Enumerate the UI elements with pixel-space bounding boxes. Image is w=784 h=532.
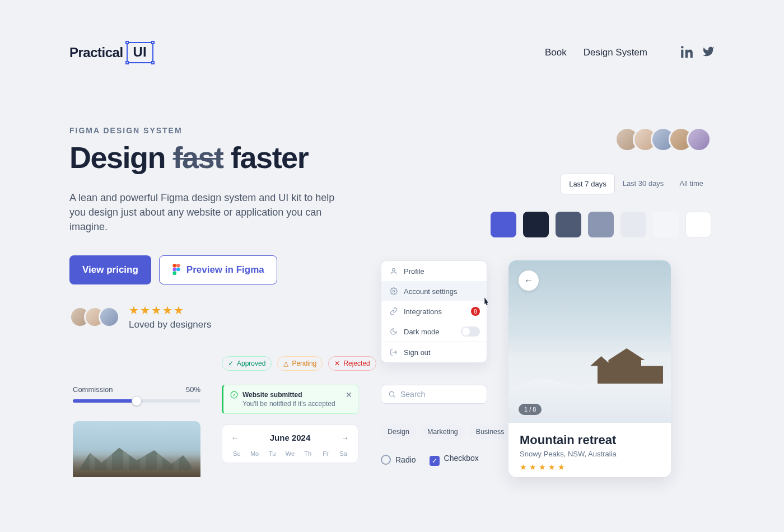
- chip-design[interactable]: Design: [381, 424, 416, 439]
- color-swatch[interactable]: [620, 212, 646, 237]
- sample-status-badges: ✓ Approved △ Pending ✕ Rejected: [222, 356, 376, 371]
- back-button[interactable]: ←: [519, 270, 539, 291]
- sample-listing-card[interactable]: ← 1 / 8 Mountain retreat Snowy Peaks, NS…: [508, 260, 671, 477]
- sample-search-input[interactable]: Search: [381, 385, 487, 404]
- menu-item-dark-mode[interactable]: Dark mode: [381, 321, 487, 342]
- color-swatch[interactable]: [685, 212, 711, 237]
- chip-business[interactable]: Business: [469, 424, 511, 439]
- preview-figma-label: Preview in Figma: [186, 264, 264, 276]
- hero-title: Design fast faster: [69, 142, 383, 174]
- preview-figma-button[interactable]: Preview in Figma: [159, 255, 277, 284]
- checkbox-icon: ✓: [430, 456, 440, 466]
- social-links: [681, 45, 715, 60]
- view-pricing-button[interactable]: View pricing: [69, 255, 151, 284]
- hero-eyebrow: FIGMA DESIGN SYSTEM: [69, 126, 383, 135]
- star-icon: ★: [151, 304, 161, 317]
- user-icon: [389, 267, 398, 276]
- segment-all-time[interactable]: All time: [671, 174, 711, 194]
- x-circle-icon: ✕: [334, 360, 340, 367]
- toast-title: Website submitted: [242, 391, 302, 399]
- segment-last-30-days[interactable]: Last 30 days: [615, 174, 672, 194]
- calendar-day: We: [281, 450, 299, 457]
- calendar-day: Mo: [246, 450, 264, 457]
- svg-point-0: [172, 264, 176, 268]
- loved-stars: ★ ★ ★ ★ ★: [129, 304, 211, 317]
- menu-item-profile[interactable]: Profile: [381, 261, 487, 281]
- calendar-day: Sa: [334, 450, 352, 457]
- figma-icon: [172, 264, 181, 276]
- slider-track[interactable]: [73, 399, 200, 403]
- linkedin-icon[interactable]: [681, 45, 693, 60]
- sample-image-thumb[interactable]: [73, 421, 200, 477]
- calendar-day: Su: [228, 450, 246, 457]
- search-icon: [388, 390, 396, 398]
- slider-thumb[interactable]: [132, 396, 142, 406]
- radio-option[interactable]: Radio: [381, 455, 416, 465]
- link-icon: [389, 307, 398, 316]
- logo[interactable]: Practical UI: [69, 42, 153, 63]
- checkbox-label: Checkbox: [444, 454, 479, 463]
- status-approved: ✓ Approved: [222, 356, 272, 371]
- calendar-day: Tu: [263, 450, 281, 457]
- status-pending: △ Pending: [277, 356, 323, 371]
- menu-item-sign-out[interactable]: Sign out: [381, 342, 487, 362]
- cursor-pointer-icon: [482, 297, 491, 308]
- moon-icon: [389, 327, 398, 336]
- menu-item-account-settings[interactable]: Account settings: [381, 281, 487, 301]
- slider-label: Commission: [73, 385, 113, 394]
- hero-subtext: A lean and powerful Figma design system …: [69, 190, 349, 234]
- hero-title-strike: fast: [173, 141, 223, 174]
- svg-point-6: [393, 290, 395, 292]
- radio-label: Radio: [395, 455, 416, 464]
- sample-avatar-stack: [615, 127, 711, 152]
- checkbox-option[interactable]: ✓Checkbox: [430, 454, 479, 466]
- calendar-next-button[interactable]: →: [341, 433, 349, 442]
- warning-icon: △: [283, 360, 288, 367]
- menu-item-label: Integrations: [404, 307, 442, 316]
- status-label: Approved: [237, 360, 265, 367]
- loved-text: Loved by designers: [129, 319, 211, 330]
- svg-point-4: [172, 271, 176, 275]
- twitter-icon[interactable]: [702, 45, 715, 60]
- segment-last-7-days[interactable]: Last 7 days: [561, 174, 615, 194]
- calendar-day-headers: Su Mo Tu We Th Fr Sa: [222, 450, 358, 463]
- color-swatch[interactable]: [653, 212, 679, 237]
- color-swatch[interactable]: [523, 212, 549, 237]
- svg-point-5: [393, 268, 395, 271]
- sample-slider: Commission 50%: [73, 385, 200, 403]
- chip-marketing[interactable]: Marketing: [421, 424, 465, 439]
- sample-segmented-control: Last 7 days Last 30 days All time: [561, 174, 711, 194]
- calendar-day: Fr: [317, 450, 335, 457]
- color-swatch[interactable]: [588, 212, 614, 237]
- calendar-prev-button[interactable]: ←: [231, 433, 239, 442]
- color-swatch[interactable]: [491, 212, 516, 237]
- calendar-day: Th: [299, 450, 317, 457]
- notification-badge: 8: [471, 307, 480, 316]
- toast-close-button[interactable]: ✕: [346, 390, 352, 399]
- nav-design-system[interactable]: Design System: [584, 47, 647, 58]
- status-label: Rejected: [343, 360, 370, 367]
- listing-image: ← 1 / 8: [508, 260, 671, 423]
- hero-title-post: faster: [223, 141, 309, 174]
- star-icon: ★: [174, 304, 184, 317]
- primary-nav: Book Design System: [545, 45, 715, 60]
- nav-book[interactable]: Book: [545, 47, 567, 58]
- menu-item-integrations[interactable]: Integrations 8: [381, 301, 487, 321]
- listing-stars: ★ ★ ★ ★ ★: [520, 463, 660, 472]
- star-icon: ★: [129, 304, 139, 317]
- hero-title-pre: Design: [69, 141, 173, 174]
- menu-item-label: Sign out: [404, 348, 431, 357]
- menu-item-label: Account settings: [404, 287, 457, 296]
- slider-value: 50%: [186, 385, 200, 394]
- svg-point-2: [172, 268, 176, 272]
- sample-toast: Website submitted You'll be notified if …: [222, 385, 358, 414]
- logo-text: Practical: [69, 45, 123, 60]
- dark-mode-toggle[interactable]: [461, 326, 480, 337]
- gear-icon: [389, 287, 398, 296]
- logo-ui-box: UI: [127, 42, 153, 63]
- search-placeholder: Search: [400, 390, 425, 399]
- color-swatch[interactable]: [556, 212, 581, 237]
- svg-point-3: [176, 268, 180, 272]
- svg-point-1: [176, 264, 180, 268]
- hero: FIGMA DESIGN SYSTEM Design fast faster A…: [69, 126, 383, 330]
